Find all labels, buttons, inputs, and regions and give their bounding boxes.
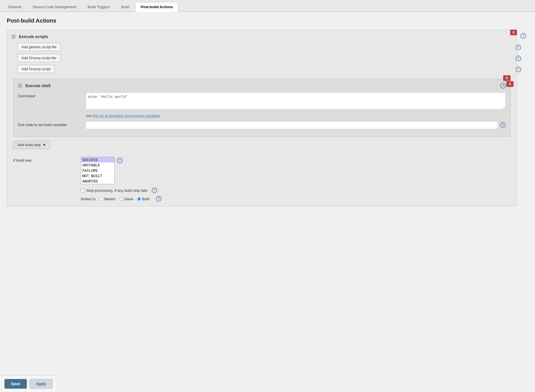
drag-handle[interactable] xyxy=(12,35,16,39)
exit-code-label: Exit code to set build unstable xyxy=(18,121,86,127)
option-aborted[interactable]: ABORTED xyxy=(81,179,114,184)
limited-to-prefix: limited to xyxy=(81,197,96,201)
radio-master-label: Master xyxy=(104,197,116,201)
page-title: Post-build Actions xyxy=(7,17,528,24)
main-content: Post-build Actions X Execute scripts Add… xyxy=(0,12,535,390)
if-build-was-row: If build was SUCCESS UNSTABLE FAILURE NO… xyxy=(13,157,510,184)
env-vars-row: See the list of available environment va… xyxy=(86,114,506,118)
option-not-built[interactable]: NOT_BUILT xyxy=(81,173,114,179)
add-generic-help-icon[interactable]: ? xyxy=(516,45,521,50)
limited-to-row: limited to Master Slave Both ? xyxy=(81,196,510,202)
exit-code-row: Exit code to set build unstable ? xyxy=(18,121,506,129)
execute-scripts-title: Execute scripts xyxy=(19,34,48,39)
add-groovy-file-btn[interactable]: Add Groovy script file xyxy=(17,54,61,62)
save-button[interactable]: Save xyxy=(5,379,27,389)
option-failure[interactable]: FAILURE xyxy=(81,168,114,173)
radio-both-label: Both xyxy=(142,197,150,201)
radio-both-input[interactable] xyxy=(137,197,141,201)
stop-processing-help-icon[interactable]: ? xyxy=(152,188,157,193)
stop-processing-checkbox[interactable] xyxy=(81,189,85,192)
if-build-was-select[interactable]: SUCCESS UNSTABLE FAILURE NOT_BUILT ABORT… xyxy=(81,157,115,184)
tab-general[interactable]: General xyxy=(3,2,26,11)
if-build-was-field: SUCCESS UNSTABLE FAILURE NOT_BUILT ABORT… xyxy=(81,157,115,184)
tab-post-build[interactable]: Post-build Actions xyxy=(135,2,178,12)
command-field: <span class="command-echo">echo</span> <… xyxy=(86,93,506,110)
shell-drag-handle[interactable] xyxy=(18,84,22,88)
exit-code-help-icon[interactable]: ? xyxy=(500,122,506,128)
tab-triggers[interactable]: Build Triggers xyxy=(82,2,115,11)
tab-scm[interactable]: Source Code Management xyxy=(27,2,81,11)
execute-scripts-close-btn[interactable]: X xyxy=(510,30,517,35)
exit-code-field xyxy=(86,121,498,129)
execute-shell-title: Execute shell xyxy=(25,83,51,88)
radio-both: Both xyxy=(137,197,150,201)
radio-slave: Slave xyxy=(120,197,134,201)
add-build-step-btn[interactable]: Add build step ▼ xyxy=(13,141,50,149)
outer-shell-close-btn[interactable]: X xyxy=(503,75,510,81)
add-groovy-help-icon[interactable]: ? xyxy=(516,67,521,72)
add-groovy-file-help-icon[interactable]: ? xyxy=(516,56,521,61)
radio-master: Master xyxy=(100,197,116,201)
option-success[interactable]: SUCCESS xyxy=(81,157,114,162)
if-build-was-label: If build was xyxy=(13,157,81,162)
execute-scripts-header: Execute scripts xyxy=(12,34,512,39)
apply-button[interactable]: Apply xyxy=(30,379,52,389)
radio-master-input[interactable] xyxy=(100,197,103,201)
stop-processing-row: Stop processing, if any build step fails… xyxy=(81,188,510,193)
tab-build[interactable]: Build xyxy=(116,2,135,11)
option-unstable[interactable]: UNSTABLE xyxy=(81,162,114,168)
command-row: Command <span class="command-echo">echo<… xyxy=(18,93,506,110)
execute-shell-section: X Execute shell ? Command <span class="c… xyxy=(13,79,510,137)
command-textarea[interactable]: <span class="command-echo">echo</span> <… xyxy=(86,93,506,109)
execute-shell-header: Execute shell ? xyxy=(18,83,506,89)
dropdown-arrow-icon: ▼ xyxy=(42,143,46,147)
execute-scripts-section: X Execute scripts Add generic script fil… xyxy=(7,30,517,206)
radio-slave-label: Slave xyxy=(124,197,134,201)
if-build-was-help-icon[interactable]: ? xyxy=(117,158,123,163)
execute-scripts-help-icon[interactable]: ? xyxy=(520,33,526,39)
add-groovy-script-btn[interactable]: Add Groovy script xyxy=(17,65,55,73)
tab-bar: General Source Code Management Build Tri… xyxy=(0,0,535,12)
radio-slave-input[interactable] xyxy=(120,197,123,201)
command-label: Command xyxy=(18,93,86,98)
exit-code-input[interactable] xyxy=(86,121,498,129)
execute-shell-help-icon[interactable]: ? xyxy=(500,83,506,89)
bottom-bar: Save Apply xyxy=(0,375,57,390)
env-vars-link[interactable]: the list of available environment variab… xyxy=(93,114,160,118)
env-vars-prefix: See xyxy=(86,114,93,118)
inner-shell-close-btn[interactable]: X xyxy=(506,81,514,87)
add-generic-script-btn[interactable]: Add generic script file xyxy=(17,43,61,51)
add-build-step-label: Add build step xyxy=(17,143,41,147)
limited-to-help-icon[interactable]: ? xyxy=(156,196,162,202)
stop-processing-label: Stop processing, if any build step fails xyxy=(86,188,148,193)
